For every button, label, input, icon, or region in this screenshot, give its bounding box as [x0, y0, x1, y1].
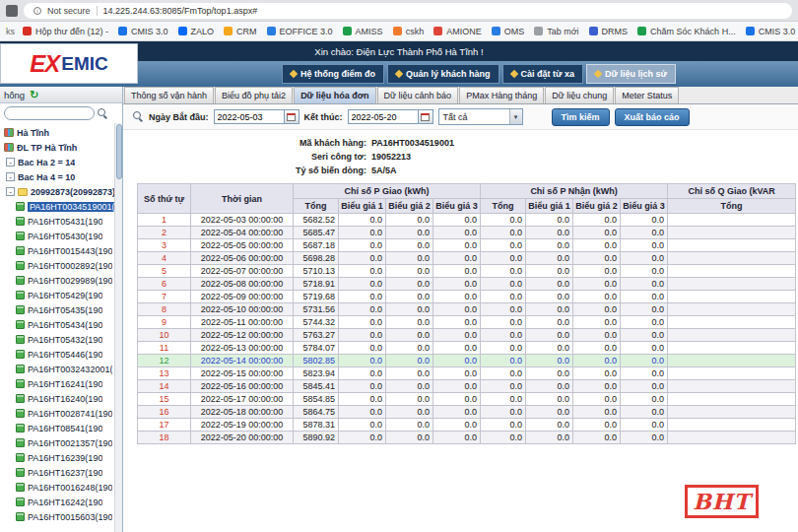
- meter-item[interactable]: PA16HT0032432001(: [0, 362, 122, 376]
- bht-watermark: BHT: [685, 485, 759, 518]
- page-info-icon[interactable]: i: [33, 7, 41, 15]
- nav-item-label: Dữ liệu lịch sử: [605, 69, 667, 79]
- tree-search-input[interactable]: [4, 106, 95, 120]
- meter-item[interactable]: PA16HT16237(190: [0, 465, 122, 480]
- end-date-input[interactable]: [348, 109, 419, 124]
- table-row[interactable]: 122022-05-14 00:00:005802.850.00.00.00.0…: [138, 355, 796, 367]
- nav-item[interactable]: Quản lý khách hàng: [387, 64, 499, 84]
- meter-item[interactable]: PA16HT0029989(190: [0, 273, 122, 288]
- table-row[interactable]: 32022-05-05 00:00:005687.180.00.00.00.00…: [138, 239, 796, 252]
- meter-item[interactable]: PA16HT05429(190: [0, 288, 122, 302]
- table-row[interactable]: 142022-05-16 00:00:005845.410.00.00.00.0…: [138, 380, 796, 393]
- meter-item[interactable]: PA16HT0016248(190: [0, 480, 122, 495]
- start-date-input[interactable]: [214, 109, 285, 124]
- table-row[interactable]: 72022-05-09 00:00:005719.680.00.00.00.00…: [138, 291, 796, 303]
- bookmark-item[interactable]: DRMS: [585, 25, 632, 38]
- tab-label: Dữ liệu hóa đơn: [300, 91, 368, 100]
- tree-node[interactable]: ĐL TP Hà Tĩnh: [0, 140, 122, 155]
- meter-item[interactable]: PA16HT16242(190: [0, 495, 122, 509]
- content-tab[interactable]: Dữ liệu hóa đơn: [294, 87, 375, 103]
- export-report-button[interactable]: Xuất báo cáo: [615, 108, 690, 126]
- tree-node[interactable]: -Bac Ha 2 = 14: [0, 155, 122, 169]
- meter-item[interactable]: PA16HT16239(190: [0, 450, 122, 465]
- table-row[interactable]: 182022-05-20 00:00:005890.920.00.00.00.0…: [138, 432, 796, 444]
- bookmark-item[interactable]: OMS: [488, 25, 529, 38]
- start-calendar-icon[interactable]: [285, 109, 299, 124]
- tab-label: PMax Hàng tháng: [466, 91, 537, 100]
- bookmark-item[interactable]: CMIS 3.0: [114, 25, 172, 38]
- nav-item[interactable]: Dữ liệu lịch sử: [586, 64, 676, 84]
- search-button[interactable]: Tìm kiếm: [552, 108, 610, 126]
- table-row[interactable]: 162022-05-18 00:00:005864.750.00.00.00.0…: [138, 406, 796, 419]
- tree-node[interactable]: -Bac Ha 4 = 10: [0, 169, 122, 184]
- value-cell: 0.0: [481, 355, 526, 367]
- content-tab[interactable]: Dữ liệu cảnh báo: [377, 87, 459, 103]
- collapse-expand-icon[interactable]: -: [6, 187, 15, 196]
- value-cell: 0.0: [573, 355, 621, 367]
- content-tab[interactable]: PMax Hàng tháng: [459, 87, 544, 103]
- refresh-icon[interactable]: ↻: [30, 89, 38, 101]
- bookmark-item[interactable]: Tab mới: [530, 25, 582, 38]
- value-cell: 0.0: [433, 265, 481, 278]
- meter-item[interactable]: PA16HT05431(190: [0, 214, 122, 229]
- nav-item[interactable]: Cài đặt từ xa: [502, 64, 584, 84]
- bookmark-item[interactable]: CRM: [220, 25, 261, 38]
- table-row[interactable]: 132022-05-15 00:00:005823.940.00.00.00.0…: [138, 367, 796, 380]
- meter-item[interactable]: PA16HT0015443(190: [0, 243, 122, 258]
- table-row[interactable]: 112022-05-13 00:00:005784.070.00.00.00.0…: [138, 342, 796, 355]
- value-cell: 0.0: [621, 214, 668, 227]
- bookmark-item[interactable]: Hộp thư đến (12) -: [19, 25, 112, 38]
- content-tab[interactable]: Meter Status: [615, 87, 679, 103]
- table-row[interactable]: 102022-05-12 00:00:005763.270.00.00.00.0…: [138, 329, 796, 342]
- table-row[interactable]: 42022-05-06 00:00:005698.280.00.00.00.00…: [138, 252, 796, 265]
- search-icon[interactable]: [98, 108, 108, 119]
- bookmark-item[interactable]: AMIONE: [430, 25, 486, 38]
- type-select[interactable]: Tất cả ▾: [438, 108, 523, 125]
- row-index-cell: 6: [138, 278, 191, 291]
- collapse-expand-icon[interactable]: -: [6, 158, 15, 166]
- collapse-expand-icon[interactable]: -: [6, 172, 15, 181]
- bookmark-item[interactable]: CMIS 3.0: [742, 25, 798, 38]
- table-row[interactable]: 12022-05-03 00:00:005682.520.00.00.00.00…: [138, 214, 796, 227]
- content-tab[interactable]: Biểu đồ phụ tải2: [215, 87, 293, 103]
- content-tab[interactable]: Thông số vận hành: [124, 87, 214, 103]
- meter-item[interactable]: PA16HT08541(190: [0, 421, 122, 435]
- meter-item[interactable]: PA16HT0002892(190: [0, 258, 122, 273]
- meter-item[interactable]: PA16HT0015603(190: [0, 509, 122, 524]
- value-cell: 0.0: [526, 303, 573, 316]
- table-row[interactable]: 82022-05-10 00:00:005731.560.00.00.00.00…: [138, 303, 796, 316]
- meter-item[interactable]: PA16HT0034519001(: [0, 199, 122, 214]
- sidebar-scrollbar[interactable]: [114, 123, 122, 532]
- meter-item[interactable]: PA16HT05434(190: [0, 317, 122, 332]
- meter-item[interactable]: PA16HT05446(190: [0, 347, 122, 362]
- bookmark-item[interactable]: Chăm Sóc Khách H...: [633, 25, 740, 38]
- tree-node[interactable]: Hà Tĩnh: [0, 125, 122, 140]
- bookmark-item[interactable]: AMISS: [339, 25, 387, 38]
- bookmark-item[interactable]: EOFFICE 3.0: [263, 25, 337, 38]
- bookmark-item[interactable]: cskh: [389, 25, 429, 38]
- content-tab[interactable]: Dữ liệu chung: [545, 87, 614, 103]
- meter-item[interactable]: PA16HT05432(190: [0, 332, 122, 347]
- col-subheader: Tổng: [294, 199, 339, 214]
- sidebar-panel-tab[interactable]: hống ↻: [0, 87, 122, 103]
- address-bar[interactable]: i Not secure 14.225.244.63:8085/FmTop/to…: [24, 3, 792, 19]
- bookmark-item[interactable]: ZALO: [174, 25, 219, 38]
- table-row[interactable]: 172022-05-19 00:00:005878.310.00.00.00.0…: [138, 419, 796, 432]
- browser-extension-icon[interactable]: [6, 5, 18, 17]
- scrollbar-thumb[interactable]: [116, 124, 122, 179]
- meter-item[interactable]: PA16HT16241(190: [0, 376, 122, 391]
- end-calendar-icon[interactable]: [419, 109, 433, 124]
- meter-item[interactable]: PA16HT0028741(190: [0, 406, 122, 421]
- meter-item[interactable]: PA16HT0021357(190: [0, 435, 122, 450]
- nav-item[interactable]: Hệ thống điểm đo: [282, 64, 384, 84]
- table-row[interactable]: 92022-05-11 00:00:005744.320.00.00.00.00…: [138, 316, 796, 329]
- table-row[interactable]: 52022-05-07 00:00:005710.130.00.00.00.00…: [138, 265, 796, 278]
- meter-item[interactable]: PA16HT05435(190: [0, 302, 122, 317]
- row-index-cell: 1: [138, 214, 191, 227]
- table-row[interactable]: 152022-05-17 00:00:005854.850.00.00.00.0…: [138, 393, 796, 406]
- tree-node[interactable]: -20992873(20992873): [0, 184, 122, 199]
- table-row[interactable]: 22022-05-04 00:00:005685.470.00.00.00.00…: [138, 227, 796, 239]
- meter-item[interactable]: PA16HT16240(190: [0, 391, 122, 406]
- meter-item[interactable]: PA16HT05430(190: [0, 229, 122, 243]
- table-row[interactable]: 62022-05-08 00:00:005718.910.00.00.00.00…: [138, 278, 796, 291]
